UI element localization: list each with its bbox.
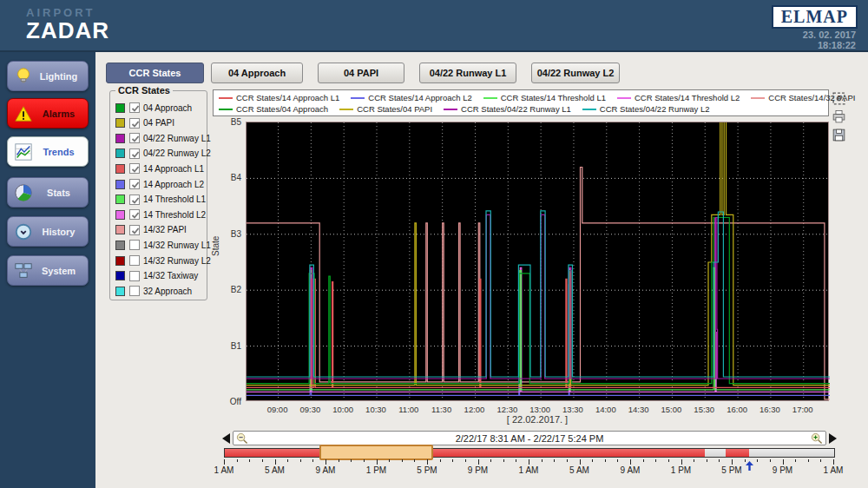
datetime-display: 23. 02. 2017 18:18:22 bbox=[803, 30, 856, 50]
timeline-tick-label: 5 AM bbox=[258, 465, 293, 475]
trend-plot-area[interactable] bbox=[246, 122, 829, 401]
color-swatch-icon bbox=[115, 287, 125, 296]
legend-row: CCR States/04 ApproachCCR States/04 PAPI… bbox=[219, 103, 823, 115]
sidebar: Lighting Alarms Trends Stats History Sys… bbox=[0, 52, 95, 488]
tab-04-approach[interactable]: 04 Approach bbox=[211, 63, 303, 83]
filter-checkbox[interactable] bbox=[129, 102, 140, 113]
filter-checkbox[interactable] bbox=[129, 195, 140, 205]
legend-item: CCR States/14 Approach L1 bbox=[219, 93, 339, 102]
timeline-tick bbox=[389, 459, 390, 462]
timeline-tick bbox=[643, 459, 644, 462]
timeline-tick-label: 9 PM bbox=[766, 465, 800, 475]
legend-item-label: CCR States/14 Approach L2 bbox=[368, 93, 471, 102]
sidebar-item-history[interactable]: History bbox=[7, 216, 89, 247]
scroll-right-arrow[interactable] bbox=[829, 433, 837, 444]
filter-checkbox[interactable] bbox=[129, 255, 140, 266]
timeline-tick bbox=[351, 459, 352, 462]
color-swatch-icon bbox=[115, 271, 125, 280]
timeline-tick bbox=[339, 459, 339, 462]
scroll-thumb[interactable]: 2/22/17 8:31 AM - 2/22/17 5:24 PM bbox=[233, 431, 826, 445]
filter-checkbox[interactable] bbox=[129, 271, 140, 281]
timeline-selection[interactable] bbox=[319, 445, 434, 460]
timeline-tick bbox=[770, 459, 771, 462]
y-axis-title: State bbox=[211, 236, 220, 256]
airport-title-block: AIRPORT ZADAR bbox=[26, 6, 109, 44]
legend-item-label: CCR States/04 Approach bbox=[236, 104, 328, 114]
filter-item: 14 Threshold L1 bbox=[115, 193, 206, 207]
filter-checkbox[interactable] bbox=[129, 209, 140, 220]
filter-checkbox[interactable] bbox=[129, 179, 140, 189]
filter-checkbox[interactable] bbox=[129, 133, 140, 143]
tab-ccr-states[interactable]: CCR States bbox=[106, 63, 204, 83]
legend-item-label: CCR States/14 Threshold L1 bbox=[501, 93, 606, 102]
tab-04-22-runway-l2[interactable]: 04/22 Runway L2 bbox=[531, 63, 620, 83]
timeline-tick bbox=[300, 459, 301, 462]
filter-checkbox[interactable] bbox=[129, 240, 140, 250]
print-icon[interactable] bbox=[832, 109, 846, 124]
tab-04-papi[interactable]: 04 PAPI bbox=[318, 63, 404, 83]
filter-checkbox[interactable] bbox=[129, 225, 140, 235]
series-lines bbox=[247, 122, 830, 399]
timeline-tick bbox=[402, 459, 403, 462]
tab-04-22-runway-l1[interactable]: 04/22 Runway L1 bbox=[419, 63, 516, 83]
x-tick-label: 15:00 bbox=[656, 405, 686, 414]
color-swatch-icon bbox=[115, 118, 125, 128]
timeline-tick bbox=[617, 459, 618, 462]
sidebar-item-trends[interactable]: Trends bbox=[7, 136, 89, 167]
elmap-application-window: AIRPORT ZADAR ELMAP 23. 02. 2017 18:18:2… bbox=[0, 0, 868, 488]
filter-item-label: 04 PAPI bbox=[143, 118, 174, 128]
fullscreen-icon[interactable] bbox=[832, 91, 846, 106]
timeline-tick bbox=[567, 459, 568, 462]
timeline-tick bbox=[795, 459, 796, 462]
zoom-out-icon[interactable] bbox=[236, 432, 248, 445]
filter-item: 14 Approach L2 bbox=[115, 177, 204, 191]
timeline-tick bbox=[707, 459, 707, 462]
filter-checkbox[interactable] bbox=[129, 118, 140, 129]
scroll-left-arrow[interactable] bbox=[222, 433, 230, 444]
sidebar-item-lighting[interactable]: Lighting bbox=[7, 61, 89, 91]
timeline-tick bbox=[262, 459, 263, 462]
timeline-tick bbox=[554, 459, 555, 462]
sidebar-item-alarms[interactable]: Alarms bbox=[7, 98, 89, 129]
color-swatch-icon bbox=[115, 148, 125, 158]
x-tick-label: 17:00 bbox=[788, 405, 818, 414]
sidebar-item-stats[interactable]: Stats bbox=[7, 177, 89, 208]
x-axis-date-label: [ 22.02.2017. ] bbox=[246, 414, 829, 425]
filter-item-label: 14 Threshold L1 bbox=[143, 195, 206, 204]
sidebar-item-system[interactable]: System bbox=[7, 255, 89, 286]
timeline-tick bbox=[516, 459, 516, 462]
timeline-tick bbox=[745, 459, 746, 462]
current-date: 23. 02. 2017 bbox=[803, 30, 856, 40]
timeline-tick bbox=[757, 459, 758, 462]
filter-item: 14/32 PAPI bbox=[115, 223, 187, 237]
timeline-tick bbox=[414, 459, 415, 462]
filter-checkbox[interactable] bbox=[129, 148, 140, 159]
filter-item: 14 Threshold L2 bbox=[115, 208, 206, 221]
timeline-tick bbox=[681, 459, 682, 465]
sidebar-item-label: History bbox=[33, 227, 88, 237]
legend-row: CCR States/14 Approach L1CCR States/14 A… bbox=[219, 92, 823, 103]
zoom-in-icon[interactable] bbox=[811, 432, 823, 445]
color-swatch-icon bbox=[115, 241, 125, 250]
series-line bbox=[247, 218, 830, 392]
save-icon[interactable] bbox=[832, 128, 846, 142]
filter-checkbox[interactable] bbox=[129, 163, 140, 174]
series-line bbox=[247, 218, 830, 384]
timeline-activity-segment bbox=[225, 449, 705, 457]
timeline-tick-label: 1 PM bbox=[664, 465, 699, 475]
filter-checkbox[interactable] bbox=[129, 286, 140, 296]
filter-item-label: 14/32 Runway L1 bbox=[143, 241, 211, 250]
filter-item-label: 14/32 Taxiway bbox=[143, 271, 198, 280]
timeline-tick bbox=[364, 459, 365, 462]
timeline-tick bbox=[275, 459, 276, 465]
timeline-tick bbox=[694, 459, 694, 462]
timeline-overview-bar[interactable] bbox=[224, 448, 835, 458]
timeline-tick bbox=[326, 459, 326, 465]
timeline-tick bbox=[592, 459, 593, 462]
legend-line-icon bbox=[483, 97, 497, 99]
trend-chart bbox=[247, 122, 830, 402]
x-tick-label: 12:00 bbox=[459, 405, 489, 414]
timeline-tick bbox=[249, 459, 250, 462]
series-line bbox=[247, 267, 830, 389]
timeline-tick bbox=[478, 459, 479, 465]
